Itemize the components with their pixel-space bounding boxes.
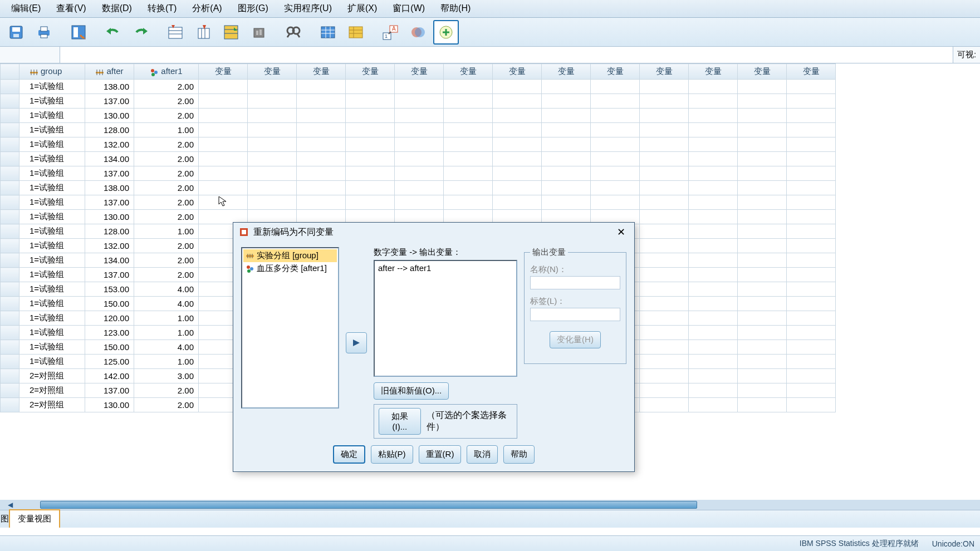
cell-blank[interactable] <box>640 224 689 239</box>
output-name-input[interactable] <box>530 276 620 289</box>
cell-blank[interactable] <box>493 123 542 137</box>
row-header[interactable] <box>1 210 19 224</box>
cell-blank[interactable] <box>395 123 444 137</box>
cell-blank[interactable] <box>346 152 395 166</box>
cell-after1[interactable]: 1.00 <box>134 123 199 137</box>
show-labels-icon[interactable]: A1 <box>378 20 403 45</box>
cell-group[interactable]: 1=试验组 <box>19 253 85 268</box>
row-header[interactable] <box>1 181 19 195</box>
row-header[interactable] <box>1 195 19 210</box>
cell-after[interactable]: 130.00 <box>85 398 134 412</box>
cell-after[interactable]: 138.00 <box>85 80 134 94</box>
cell-after[interactable]: 153.00 <box>85 282 134 297</box>
cell-blank[interactable] <box>591 181 640 195</box>
cell-blank[interactable] <box>542 152 591 166</box>
scrollbar-thumb[interactable] <box>40 501 697 509</box>
cell-after1[interactable]: 1.00 <box>134 224 199 239</box>
cell-group[interactable]: 1=试验组 <box>19 137 85 152</box>
row-header[interactable] <box>1 383 19 398</box>
cell-blank[interactable] <box>199 137 248 152</box>
col-header-blank[interactable]: 变量 <box>444 64 493 80</box>
cell-blank[interactable] <box>689 123 738 137</box>
menu-analyze[interactable]: 分析(A) <box>184 1 229 17</box>
cell-blank[interactable] <box>738 137 787 152</box>
cell-blank[interactable] <box>591 123 640 137</box>
cell-group[interactable]: 1=试验组 <box>19 326 85 340</box>
name-box[interactable] <box>0 47 60 63</box>
cell-blank[interactable] <box>738 210 787 224</box>
redo-icon[interactable] <box>128 20 154 45</box>
cell-blank[interactable] <box>738 297 787 311</box>
row-header[interactable] <box>1 166 19 181</box>
row-header[interactable] <box>1 109 19 123</box>
cell-blank[interactable] <box>787 123 836 137</box>
cell-after1[interactable]: 1.00 <box>134 355 199 369</box>
cell-blank[interactable] <box>591 94 640 109</box>
cell-blank[interactable] <box>640 282 689 297</box>
cell-blank[interactable] <box>493 94 542 109</box>
cell-blank[interactable] <box>787 282 836 297</box>
split-file-icon[interactable] <box>218 20 244 45</box>
cell-blank[interactable] <box>689 355 738 369</box>
cell-blank[interactable] <box>493 109 542 123</box>
weight-icon[interactable] <box>246 20 272 45</box>
output-label-input[interactable] <box>530 308 620 321</box>
cell-blank[interactable] <box>297 80 346 94</box>
cell-blank[interactable] <box>738 239 787 253</box>
find-icon[interactable] <box>281 20 306 45</box>
cell-after1[interactable]: 2.00 <box>134 239 199 253</box>
cell-after1[interactable]: 2.00 <box>134 137 199 152</box>
cell-blank[interactable] <box>640 311 689 326</box>
cell-blank[interactable] <box>787 224 836 239</box>
close-icon[interactable]: ✕ <box>613 225 629 239</box>
cell-group[interactable]: 1=试验组 <box>19 268 85 282</box>
row-header[interactable] <box>1 253 19 268</box>
col-header-blank[interactable]: 变量 <box>346 64 395 80</box>
cell-after[interactable]: 137.00 <box>85 166 134 181</box>
cell-blank[interactable] <box>640 268 689 282</box>
table-row[interactable]: 1=试验组 138.00 2.00 <box>1 80 836 94</box>
use-sets-icon[interactable] <box>343 20 369 45</box>
ok-button[interactable]: 确定 <box>333 445 365 464</box>
cell-blank[interactable] <box>297 109 346 123</box>
row-header[interactable] <box>1 239 19 253</box>
help-button[interactable]: 帮助 <box>503 445 535 464</box>
cell-blank[interactable] <box>199 181 248 195</box>
cell-blank[interactable] <box>444 137 493 152</box>
cell-blank[interactable] <box>199 152 248 166</box>
menu-view[interactable]: 查看(V) <box>48 1 94 17</box>
cell-blank[interactable] <box>199 195 248 210</box>
cell-blank[interactable] <box>738 109 787 123</box>
row-header[interactable] <box>1 152 19 166</box>
cell-blank[interactable] <box>493 80 542 94</box>
menu-help[interactable]: 帮助(H) <box>433 1 478 17</box>
col-header-after1[interactable]: after1 <box>134 64 199 80</box>
cell-after[interactable]: 128.00 <box>85 123 134 137</box>
cell-blank[interactable] <box>542 123 591 137</box>
cell-blank[interactable] <box>640 239 689 253</box>
if-button[interactable]: 如果(I)... <box>379 408 421 435</box>
row-header[interactable] <box>1 340 19 355</box>
cell-blank[interactable] <box>738 224 787 239</box>
cell-after[interactable]: 134.00 <box>85 253 134 268</box>
row-header[interactable] <box>1 94 19 109</box>
cell-blank[interactable] <box>248 166 297 181</box>
cell-after1[interactable]: 1.00 <box>134 311 199 326</box>
tab-variable-view[interactable]: 变量视图 <box>9 509 60 528</box>
cell-blank[interactable] <box>444 152 493 166</box>
menu-edit[interactable]: 编辑(E) <box>3 1 48 17</box>
cell-blank[interactable] <box>787 340 836 355</box>
cell-after[interactable]: 137.00 <box>85 268 134 282</box>
save-icon[interactable] <box>3 20 29 45</box>
cell-blank[interactable] <box>738 181 787 195</box>
cell-blank[interactable] <box>738 123 787 137</box>
cell-after1[interactable]: 2.00 <box>134 80 199 94</box>
cell-after[interactable]: 130.00 <box>85 210 134 224</box>
cell-blank[interactable] <box>787 137 836 152</box>
cell-blank[interactable] <box>395 152 444 166</box>
cell-group[interactable]: 1=试验组 <box>19 94 85 109</box>
menu-utilities[interactable]: 实用程序(U) <box>276 1 340 17</box>
cell-blank[interactable] <box>199 80 248 94</box>
cell-blank[interactable] <box>738 253 787 268</box>
tab-data-view[interactable]: 图 <box>0 510 9 528</box>
